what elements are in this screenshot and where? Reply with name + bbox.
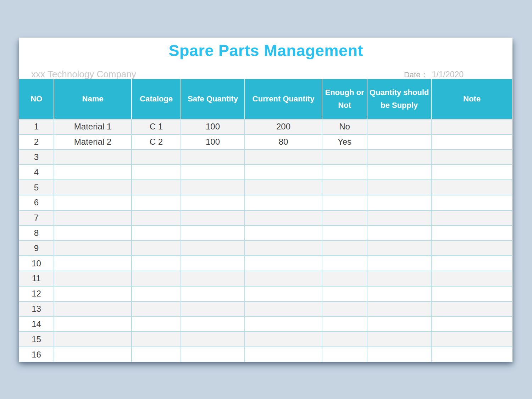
cell-no[interactable]: 14 bbox=[19, 316, 54, 332]
cell-safe_quantity[interactable] bbox=[181, 256, 245, 271]
cell-quantity_should_be_supply[interactable] bbox=[367, 286, 431, 301]
cell-enough_or_not[interactable] bbox=[322, 210, 367, 226]
cell-quantity_should_be_supply[interactable] bbox=[367, 271, 431, 286]
cell-current_quantity[interactable] bbox=[245, 240, 322, 256]
column-header-name[interactable]: Name bbox=[54, 79, 132, 119]
cell-current_quantity[interactable] bbox=[245, 316, 322, 332]
cell-safe_quantity[interactable]: 100 bbox=[181, 119, 245, 134]
cell-enough_or_not[interactable]: No bbox=[322, 119, 367, 134]
cell-enough_or_not[interactable] bbox=[322, 256, 367, 271]
cell-name[interactable] bbox=[54, 316, 132, 332]
cell-cataloge[interactable] bbox=[132, 180, 181, 195]
cell-note[interactable] bbox=[431, 195, 512, 210]
cell-quantity_should_be_supply[interactable] bbox=[367, 119, 431, 134]
cell-quantity_should_be_supply[interactable] bbox=[367, 301, 431, 317]
cell-quantity_should_be_supply[interactable] bbox=[367, 316, 431, 332]
cell-enough_or_not[interactable]: Yes bbox=[322, 134, 367, 150]
cell-quantity_should_be_supply[interactable] bbox=[367, 256, 431, 271]
cell-name[interactable] bbox=[54, 210, 132, 226]
cell-enough_or_not[interactable] bbox=[322, 150, 367, 165]
cell-name[interactable] bbox=[54, 240, 132, 256]
cell-quantity_should_be_supply[interactable] bbox=[367, 150, 431, 165]
cell-no[interactable]: 2 bbox=[19, 134, 54, 150]
cell-cataloge[interactable] bbox=[132, 271, 181, 286]
cell-cataloge[interactable] bbox=[132, 226, 181, 241]
cell-name[interactable] bbox=[54, 271, 132, 286]
cell-name[interactable] bbox=[54, 286, 132, 301]
cell-name[interactable]: Material 2 bbox=[54, 134, 132, 150]
cell-enough_or_not[interactable] bbox=[322, 301, 367, 317]
cell-quantity_should_be_supply[interactable] bbox=[367, 332, 431, 347]
cell-name[interactable] bbox=[54, 332, 132, 347]
cell-enough_or_not[interactable] bbox=[322, 347, 367, 362]
column-header-cataloge[interactable]: Cataloge bbox=[132, 79, 181, 119]
cell-safe_quantity[interactable] bbox=[181, 271, 245, 286]
cell-name[interactable] bbox=[54, 347, 132, 362]
cell-no[interactable]: 15 bbox=[19, 332, 54, 347]
cell-no[interactable]: 8 bbox=[19, 226, 54, 241]
cell-cataloge[interactable] bbox=[132, 256, 181, 271]
cell-note[interactable] bbox=[431, 332, 512, 347]
cell-enough_or_not[interactable] bbox=[322, 226, 367, 241]
cell-no[interactable]: 13 bbox=[19, 301, 54, 317]
cell-safe_quantity[interactable] bbox=[181, 210, 245, 226]
cell-quantity_should_be_supply[interactable] bbox=[367, 195, 431, 210]
cell-safe_quantity[interactable] bbox=[181, 150, 245, 165]
cell-safe_quantity[interactable] bbox=[181, 240, 245, 256]
cell-note[interactable] bbox=[431, 180, 512, 195]
cell-safe_quantity[interactable] bbox=[181, 332, 245, 347]
cell-note[interactable] bbox=[431, 256, 512, 271]
cell-name[interactable] bbox=[54, 301, 132, 317]
cell-cataloge[interactable] bbox=[132, 210, 181, 226]
cell-cataloge[interactable] bbox=[132, 165, 181, 180]
cell-name[interactable] bbox=[54, 195, 132, 210]
cell-current_quantity[interactable] bbox=[245, 180, 322, 195]
cell-note[interactable] bbox=[431, 240, 512, 256]
cell-no[interactable]: 7 bbox=[19, 210, 54, 226]
cell-safe_quantity[interactable] bbox=[181, 195, 245, 210]
cell-enough_or_not[interactable] bbox=[322, 332, 367, 347]
cell-note[interactable] bbox=[431, 286, 512, 301]
cell-enough_or_not[interactable] bbox=[322, 271, 367, 286]
cell-no[interactable]: 5 bbox=[19, 180, 54, 195]
cell-quantity_should_be_supply[interactable] bbox=[367, 226, 431, 241]
cell-no[interactable]: 4 bbox=[19, 165, 54, 180]
cell-note[interactable] bbox=[431, 271, 512, 286]
cell-enough_or_not[interactable] bbox=[322, 240, 367, 256]
cell-enough_or_not[interactable] bbox=[322, 195, 367, 210]
cell-current_quantity[interactable]: 80 bbox=[245, 134, 322, 150]
cell-quantity_should_be_supply[interactable] bbox=[367, 347, 431, 362]
cell-enough_or_not[interactable] bbox=[322, 165, 367, 180]
cell-current_quantity[interactable] bbox=[245, 332, 322, 347]
cell-enough_or_not[interactable] bbox=[322, 286, 367, 301]
cell-no[interactable]: 6 bbox=[19, 195, 54, 210]
cell-current_quantity[interactable] bbox=[245, 195, 322, 210]
cell-current_quantity[interactable] bbox=[245, 347, 322, 362]
cell-current_quantity[interactable] bbox=[245, 150, 322, 165]
cell-name[interactable]: Material 1 bbox=[54, 119, 132, 134]
cell-cataloge[interactable] bbox=[132, 150, 181, 165]
cell-note[interactable] bbox=[431, 226, 512, 241]
cell-quantity_should_be_supply[interactable] bbox=[367, 180, 431, 195]
column-header-safe_quantity[interactable]: Safe Quantity bbox=[181, 79, 245, 119]
cell-cataloge[interactable] bbox=[132, 301, 181, 317]
cell-safe_quantity[interactable] bbox=[181, 165, 245, 180]
cell-safe_quantity[interactable] bbox=[181, 301, 245, 317]
cell-cataloge[interactable] bbox=[132, 195, 181, 210]
cell-no[interactable]: 9 bbox=[19, 240, 54, 256]
cell-quantity_should_be_supply[interactable] bbox=[367, 134, 431, 150]
cell-no[interactable]: 10 bbox=[19, 256, 54, 271]
column-header-enough_or_not[interactable]: Enough or Not bbox=[322, 79, 367, 119]
cell-no[interactable]: 1 bbox=[19, 119, 54, 134]
cell-cataloge[interactable]: C 2 bbox=[132, 134, 181, 150]
cell-cataloge[interactable] bbox=[132, 347, 181, 362]
cell-cataloge[interactable] bbox=[132, 332, 181, 347]
cell-safe_quantity[interactable] bbox=[181, 347, 245, 362]
cell-note[interactable] bbox=[431, 347, 512, 362]
cell-safe_quantity[interactable] bbox=[181, 226, 245, 241]
column-header-quantity_should_be_supply[interactable]: Quantity should be Supply bbox=[367, 79, 431, 119]
cell-safe_quantity[interactable] bbox=[181, 286, 245, 301]
cell-note[interactable] bbox=[431, 301, 512, 317]
cell-name[interactable] bbox=[54, 150, 132, 165]
cell-quantity_should_be_supply[interactable] bbox=[367, 240, 431, 256]
